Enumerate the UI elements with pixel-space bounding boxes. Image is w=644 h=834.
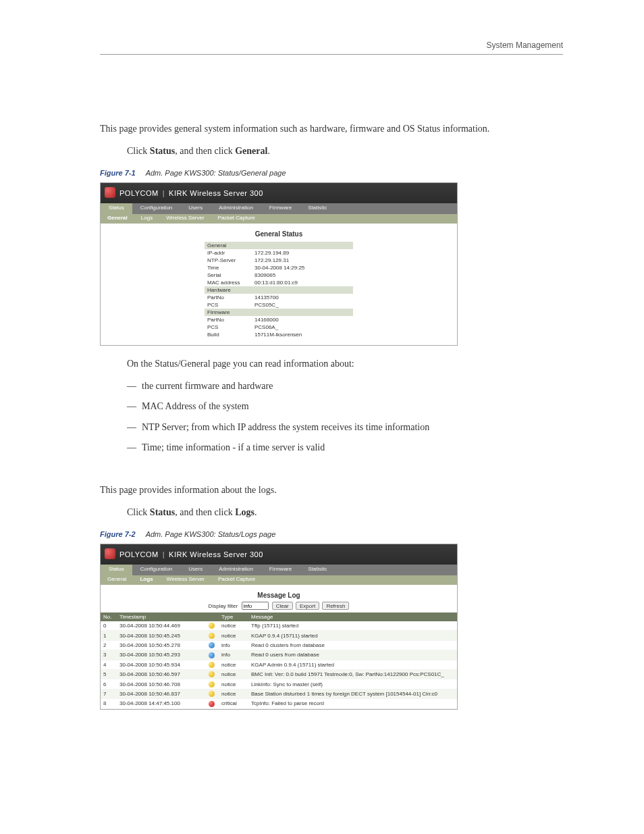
screenshot-general-status: POLYCOM | KIRK Wireless Server 300 Statu…: [100, 182, 458, 346]
gs-section-row: Firmware: [205, 309, 353, 316]
tab-users[interactable]: Users: [180, 203, 211, 214]
top-tabs-2: Status Configuration Users Administratio…: [101, 565, 457, 575]
step2-text-suffix: .: [254, 507, 257, 517]
col-type: Type: [219, 613, 248, 621]
log-row: 230-04-2008 10:50:45.278infoRead 0 clust…: [101, 640, 457, 650]
gs-section-row: General: [205, 242, 353, 249]
col-message: Message: [248, 613, 457, 621]
subtab2-wireless-server[interactable]: Wireless Server: [160, 575, 211, 585]
log-row: 730-04-2008 10:50:46.837noticeBase Stati…: [101, 689, 457, 698]
figure-7-2-caption: Figure 7-2 Adm. Page KWS300: Status/Logs…: [100, 530, 563, 538]
subtab2-general[interactable]: General: [101, 575, 133, 585]
subtab-general[interactable]: General: [101, 214, 134, 224]
general-status-title: General Status: [101, 230, 457, 238]
notice-icon: [209, 633, 215, 639]
step2-status: Status: [150, 507, 175, 517]
brand-product: KIRK Wireless Server 300: [169, 189, 263, 197]
message-log-table: No. Timestamp Type Message 030-04-2008 1…: [101, 613, 457, 709]
notice-icon: [209, 623, 215, 629]
top-tabs: Status Configuration Users Administratio…: [101, 203, 457, 214]
log-row: 130-04-2008 10:50:45.245noticeKGAP 0.9.4…: [101, 631, 457, 640]
gs-row: PCSPCS05C_: [205, 301, 353, 309]
notice-icon: [209, 691, 215, 697]
tab-statistic[interactable]: Statistic: [300, 203, 335, 214]
critical-icon: [209, 701, 215, 707]
bullet-item: the current firmware and hardware: [127, 379, 563, 394]
shot2-header: POLYCOM | KIRK Wireless Server 300: [101, 544, 457, 565]
subtab-logs[interactable]: Logs: [134, 214, 159, 224]
figure-7-1-caption: Figure 7-1 Adm. Page KWS300: Status/Gene…: [100, 169, 563, 177]
step-status: Status: [150, 146, 175, 156]
notice-icon: [209, 662, 215, 668]
tab2-configuration[interactable]: Configuration: [132, 565, 181, 575]
subtab-wireless-server[interactable]: Wireless Server: [159, 214, 211, 224]
brand2-polycom: POLYCOM: [119, 550, 159, 558]
brand2-sep: |: [163, 550, 165, 558]
clear-button[interactable]: Clear: [272, 602, 293, 610]
gs-section-row: Hardware: [205, 286, 353, 294]
gs-row: NTP-Server172.29.129.31: [205, 257, 353, 264]
sub-tabs-1: General Logs Wireless Server Packet Capt…: [101, 214, 457, 224]
header-rule: [100, 54, 563, 55]
brand-polycom: POLYCOM: [119, 189, 159, 197]
tab2-statistic[interactable]: Statistic: [300, 565, 335, 575]
bullet-list: the current firmware and hardwareMAC Add…: [127, 379, 563, 456]
filter-input[interactable]: [242, 602, 269, 610]
notice-icon: [209, 671, 215, 677]
tab2-users[interactable]: Users: [180, 565, 211, 575]
section1-intro: This page provides general system inform…: [100, 122, 563, 136]
tab2-status[interactable]: Status: [101, 565, 132, 575]
step-text: Click: [127, 146, 150, 156]
page-header: System Management: [487, 41, 563, 50]
shot-header: POLYCOM | KIRK Wireless Server 300: [101, 183, 457, 203]
log-row: 030-04-2008 10:50:44.469noticeTftp (1571…: [101, 621, 457, 631]
col-timestamp: Timestamp: [117, 613, 205, 621]
gs-row: IP-addr172.29.194.89: [205, 249, 353, 257]
gs-row: PartNo14135700: [205, 294, 353, 301]
subtab2-packet-capture[interactable]: Packet Capture: [211, 575, 262, 585]
screenshot-message-log: POLYCOM | KIRK Wireless Server 300 Statu…: [100, 544, 458, 710]
gs-row: MAC address00:13:d1:80:01:c9: [205, 279, 353, 286]
tab-firmware[interactable]: Firmware: [261, 203, 300, 214]
message-log-filter: Display filter Clear Export Refresh: [101, 602, 457, 610]
tab2-firmware[interactable]: Firmware: [261, 565, 300, 575]
tab-administration[interactable]: Administration: [211, 203, 261, 214]
gs-row: PCSPCS06A_: [205, 323, 353, 331]
step2-text: Click: [127, 507, 150, 517]
subtab-packet-capture[interactable]: Packet Capture: [211, 214, 262, 224]
info-icon: [209, 642, 215, 648]
bullet-item: MAC Address of the system: [127, 399, 563, 414]
export-button[interactable]: Export: [296, 602, 319, 610]
step-general: General: [235, 146, 267, 156]
tab-status[interactable]: Status: [101, 203, 132, 214]
fig2-num: Figure 7-2: [100, 530, 136, 538]
refresh-button[interactable]: Refresh: [322, 602, 349, 610]
message-log-title: Message Log: [101, 592, 457, 599]
log-row: 330-04-2008 10:50:45.293infoRead 0 users…: [101, 650, 457, 660]
general-status-table: GeneralIP-addr172.29.194.89NTP-Server172…: [205, 242, 353, 338]
fig-title: Adm. Page KWS300: Status/General page: [146, 169, 286, 177]
gs-row: Serial8309065: [205, 271, 353, 279]
step-text-mid: , and then click: [175, 146, 235, 156]
bullet-item: Time; time information - if a time serve…: [127, 440, 563, 455]
step2-text-mid: , and then click: [175, 507, 235, 517]
gs-row: PartNo14168000: [205, 316, 353, 323]
bullet-item: NTP Server; from which IP address the sy…: [127, 420, 563, 435]
subtab2-logs[interactable]: Logs: [133, 575, 159, 585]
tab2-administration[interactable]: Administration: [211, 565, 261, 575]
section1-step: Click Status, and then click General.: [127, 144, 563, 158]
after-fig-intro: On the Status/General page you can read …: [127, 357, 563, 371]
tab-configuration[interactable]: Configuration: [132, 203, 181, 214]
gs-row: Time30-04-2008 14:29:25: [205, 264, 353, 271]
step2-logs: Logs: [235, 507, 254, 517]
fig2-title: Adm. Page KWS300: Status/Logs page: [146, 530, 276, 538]
info-icon: [209, 652, 215, 658]
brand2-product: KIRK Wireless Server 300: [169, 550, 263, 558]
step-text-suffix: .: [267, 146, 270, 156]
col-no: No.: [101, 613, 117, 621]
fig-num: Figure 7-1: [100, 169, 136, 177]
log-row: 630-04-2008 10:50:46.708noticeLinkInfo: …: [101, 679, 457, 689]
section2-step: Click Status, and then click Logs.: [127, 505, 563, 519]
sub-tabs-2: General Logs Wireless Server Packet Capt…: [101, 575, 457, 585]
col-level-icon: [205, 613, 219, 621]
